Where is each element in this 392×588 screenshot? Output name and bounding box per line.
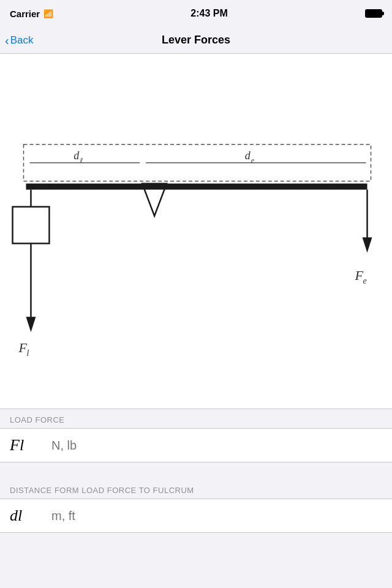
carrier-label: Carrier: [10, 9, 40, 19]
form-sections: LOAD FORCE Fl DISTANCE FORM LOAD FORCE T…: [0, 409, 392, 533]
fe-arrowhead: [363, 237, 372, 252]
fe-label: F: [355, 268, 364, 283]
lever-bar: [26, 184, 367, 190]
back-label: Back: [10, 34, 34, 47]
status-right: [365, 9, 382, 18]
fl-field-label: Fl: [10, 436, 47, 454]
back-button[interactable]: ‹ Back: [5, 34, 33, 47]
battery-icon: [365, 9, 382, 18]
dl-field-input[interactable]: [47, 509, 382, 523]
status-bar: Carrier 📶 2:43 PM: [0, 0, 392, 27]
fl-field-input[interactable]: [47, 439, 382, 453]
fl-arrowhead: [26, 317, 36, 332]
d1-label: d: [74, 149, 80, 162]
d2-label: d: [245, 149, 251, 162]
chevron-left-icon: ‹: [5, 34, 9, 47]
status-left: Carrier 📶: [10, 9, 53, 19]
nav-bar: ‹ Back Lever Forces: [0, 27, 392, 54]
d2-subscript: e: [251, 156, 255, 165]
battery-fill: [366, 10, 381, 17]
wifi-icon: 📶: [43, 9, 53, 18]
section-header-distance: DISTANCE FORM LOAD FORCE TO FULCRUM: [0, 480, 392, 499]
fl-subscript: l: [26, 349, 29, 358]
lever-svg: d ℓ d e F l F e: [0, 54, 392, 409]
status-time: 2:43 PM: [190, 8, 227, 19]
load-box: [13, 207, 50, 244]
fe-subscript: e: [363, 276, 367, 285]
d1-subscript: ℓ: [80, 156, 83, 165]
load-force-row: Fl: [0, 428, 392, 462]
fl-label: F: [18, 340, 28, 355]
section-header-load-force: LOAD FORCE: [0, 409, 392, 428]
section-spacer: [0, 462, 392, 480]
lever-diagram: d ℓ d e F l F e: [0, 54, 392, 409]
dl-field-label: dl: [10, 507, 47, 525]
distance-row: dl: [0, 499, 392, 533]
page-title: Lever Forces: [162, 34, 230, 47]
